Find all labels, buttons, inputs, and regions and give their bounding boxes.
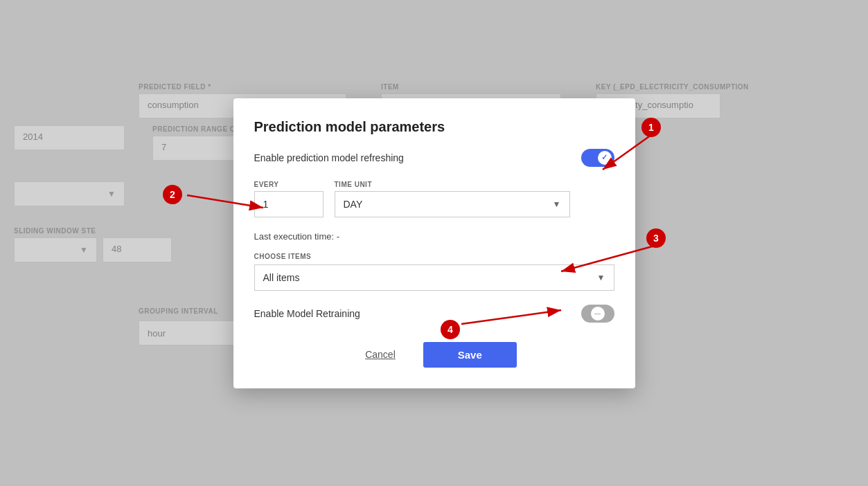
choose-items-chevron-icon: ▼ bbox=[597, 273, 605, 282]
modal-overlay: Prediction model parameters Enable predi… bbox=[0, 0, 868, 486]
every-input[interactable] bbox=[254, 191, 324, 217]
toggle-on-knob bbox=[598, 151, 612, 165]
modal-dialog: Prediction model parameters Enable predi… bbox=[233, 98, 635, 388]
time-unit-value: DAY bbox=[344, 199, 363, 210]
enable-retraining-toggle[interactable] bbox=[581, 305, 614, 323]
annotation-1: 1 bbox=[641, 118, 661, 137]
enable-retraining-row: Enable Model Retraining bbox=[254, 305, 614, 323]
time-unit-chevron-icon: ▼ bbox=[553, 199, 561, 209]
choose-items-select[interactable]: All items ▼ bbox=[254, 264, 614, 291]
annotation-4: 4 bbox=[441, 320, 460, 339]
enable-retraining-label: Enable Model Retraining bbox=[254, 308, 360, 319]
enable-refreshing-label: Enable prediction model refreshing bbox=[254, 152, 404, 163]
time-unit-field-group: TIME UNIT DAY ▼ bbox=[335, 181, 570, 217]
choose-items-value: All items bbox=[263, 272, 300, 283]
modal-title: Prediction model parameters bbox=[254, 119, 614, 135]
modal-footer: Cancel Save bbox=[254, 342, 614, 368]
save-button[interactable]: Save bbox=[423, 342, 517, 368]
toggle-off-knob bbox=[591, 307, 605, 321]
enable-refreshing-toggle[interactable] bbox=[581, 149, 614, 167]
annotation-2: 2 bbox=[163, 185, 182, 204]
enable-refreshing-row: Enable prediction model refreshing bbox=[254, 149, 614, 167]
last-execution-text: Last execution time: - bbox=[254, 231, 614, 242]
time-unit-select[interactable]: DAY ▼ bbox=[335, 191, 570, 217]
every-time-unit-row: EVERY TIME UNIT DAY ▼ bbox=[254, 181, 614, 217]
every-field-group: EVERY bbox=[254, 181, 324, 217]
choose-items-label: CHOOSE ITEMS bbox=[254, 253, 614, 260]
time-unit-label: TIME UNIT bbox=[335, 181, 570, 188]
annotation-3: 3 bbox=[646, 228, 666, 248]
cancel-button[interactable]: Cancel bbox=[351, 342, 409, 367]
every-label: EVERY bbox=[254, 181, 324, 188]
